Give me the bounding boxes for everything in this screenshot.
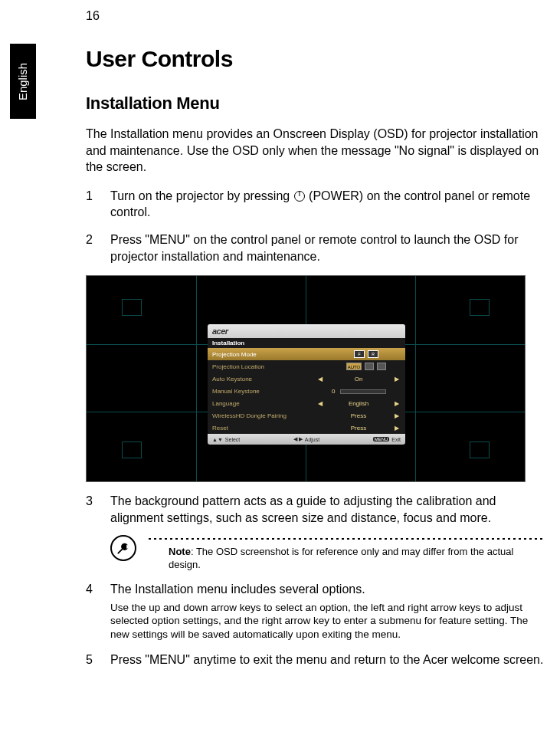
step-2: 2 Press "MENU" on the control panel or r… (86, 231, 545, 264)
note-text: Note: The OSD screenshot is for referenc… (147, 546, 545, 572)
osd-value: On (324, 376, 393, 382)
arrow-right-icon: ▶ (393, 376, 401, 382)
main-content: User Controls Installation Menu The Inst… (86, 46, 545, 679)
osd-screenshot: acer Installation Projection Mode F R Pr… (86, 275, 526, 482)
footer-adjust-keys: ◀ ▶ (293, 436, 303, 442)
slider-bar (340, 389, 386, 394)
note-icon (110, 535, 136, 561)
location-icon (377, 363, 386, 370)
osd-title: Installation (208, 338, 405, 348)
arrow-right-icon: ▶ (393, 412, 401, 419)
language-tab: English (10, 44, 36, 119)
step-5: 5 Press "MENU" anytime to exit the menu … (86, 652, 545, 668)
arrow-right-icon: ▶ (393, 425, 401, 432)
osd-label: Reset (212, 425, 316, 432)
step-4-subtext: Use the up and down arrow keys to select… (110, 601, 545, 642)
step-number: 5 (86, 652, 110, 668)
step-1: 1 Turn on the projector by pressing (POW… (86, 188, 545, 221)
osd-footer: ▲▼ Select ◀ ▶ Adjust MENU Exit (208, 434, 405, 445)
osd-label: Auto Keystone (212, 376, 316, 382)
osd-brand: acer (208, 324, 405, 338)
footer-select-keys: ▲▼ (212, 437, 223, 442)
note-block: Note: The OSD screenshot is for referenc… (110, 537, 545, 572)
step-1-pre: Turn on the projector by pressing (110, 189, 293, 202)
note-label: Note (169, 546, 191, 557)
osd-row-pairing: WirelessHD Dongle Pairing Press ▶ (208, 409, 405, 422)
step-body: Press "MENU" anytime to exit the menu an… (110, 652, 545, 668)
osd-value: 0 (332, 388, 335, 395)
step-number: 3 (86, 493, 110, 526)
footer-select-label: Select (225, 437, 240, 442)
steps-list: 1 Turn on the projector by pressing (POW… (86, 188, 545, 264)
osd-label: Projection Location (212, 363, 332, 370)
location-icon-auto: AUTO (346, 363, 362, 370)
osd-row-manual-keystone: Manual Keystone 0 (208, 385, 405, 397)
osd-value: Press (324, 412, 393, 419)
menu-key-badge: MENU (373, 437, 390, 442)
osd-row-projection-mode: Projection Mode F R (208, 348, 405, 360)
osd-panel: acer Installation Projection Mode F R Pr… (208, 324, 405, 445)
footer-exit-label: Exit (391, 437, 401, 442)
note-divider (147, 537, 545, 541)
step-number: 4 (86, 581, 110, 641)
osd-label: WirelessHD Dongle Pairing (212, 412, 316, 419)
step-number: 2 (86, 231, 110, 264)
footer-adjust-label: Adjust (305, 437, 319, 442)
step-number: 1 (86, 188, 110, 221)
power-icon (294, 191, 305, 202)
page-number: 16 (86, 9, 100, 23)
osd-label: Manual Keystone (212, 388, 332, 395)
mode-icon-front: F (354, 350, 365, 358)
osd-row-reset: Reset Press ▶ (208, 422, 405, 434)
steps-list-cont2: 4 The Installation menu includes several… (86, 581, 545, 668)
arrow-left-icon: ◀ (316, 376, 324, 382)
language-tab-label: English (17, 62, 30, 100)
location-icon (365, 363, 374, 370)
pin-icon (116, 540, 131, 556)
steps-list-cont: 3 The background pattern acts as a guide… (86, 493, 545, 526)
step-body: Turn on the projector by pressing (POWER… (110, 188, 545, 221)
mode-icons: F R (332, 350, 401, 358)
osd-row-auto-keystone: Auto Keystone ◀ On ▶ (208, 373, 405, 385)
osd-label: Language (212, 400, 316, 407)
osd-row-language: Language ◀ English ▶ (208, 397, 405, 409)
mode-icon-rear: R (368, 350, 378, 358)
step-body: The Installation menu includes several o… (110, 583, 365, 596)
step-4: 4 The Installation menu includes several… (86, 581, 545, 641)
section-heading: Installation Menu (86, 94, 545, 113)
step-body: Press "MENU" on the control panel or rem… (110, 231, 545, 264)
note-body: : The OSD screenshot is for reference on… (169, 546, 513, 570)
location-icons: AUTO (332, 363, 401, 370)
osd-label: Projection Mode (212, 351, 332, 358)
osd-row-projection-location: Projection Location AUTO (208, 360, 405, 373)
arrow-right-icon: ▶ (393, 400, 401, 407)
osd-value: Press (324, 425, 393, 432)
step-body: The background pattern acts as a guide t… (110, 493, 545, 526)
step-3: 3 The background pattern acts as a guide… (86, 493, 545, 526)
osd-value: English (324, 400, 393, 407)
arrow-left-icon: ◀ (316, 400, 324, 407)
intro-paragraph: The Installation menu provides an Onscre… (86, 126, 545, 176)
page-title: User Controls (86, 46, 545, 72)
